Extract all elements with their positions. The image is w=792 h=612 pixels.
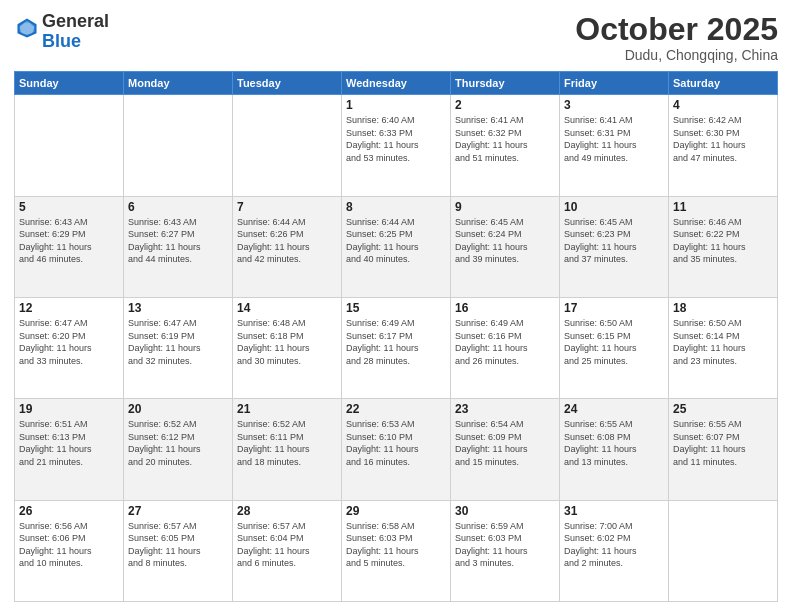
- day-detail: Sunrise: 6:43 AM Sunset: 6:27 PM Dayligh…: [128, 216, 228, 266]
- day-number: 24: [564, 402, 664, 416]
- day-number: 4: [673, 98, 773, 112]
- day-number: 5: [19, 200, 119, 214]
- table-cell: 19Sunrise: 6:51 AM Sunset: 6:13 PM Dayli…: [15, 399, 124, 500]
- table-cell: 11Sunrise: 6:46 AM Sunset: 6:22 PM Dayli…: [669, 196, 778, 297]
- day-number: 16: [455, 301, 555, 315]
- day-number: 2: [455, 98, 555, 112]
- table-cell: 13Sunrise: 6:47 AM Sunset: 6:19 PM Dayli…: [124, 297, 233, 398]
- day-detail: Sunrise: 6:41 AM Sunset: 6:32 PM Dayligh…: [455, 114, 555, 164]
- table-cell: 21Sunrise: 6:52 AM Sunset: 6:11 PM Dayli…: [233, 399, 342, 500]
- day-number: 27: [128, 504, 228, 518]
- day-detail: Sunrise: 6:45 AM Sunset: 6:23 PM Dayligh…: [564, 216, 664, 266]
- day-number: 15: [346, 301, 446, 315]
- col-tuesday: Tuesday: [233, 72, 342, 95]
- table-cell: 1Sunrise: 6:40 AM Sunset: 6:33 PM Daylig…: [342, 95, 451, 196]
- day-detail: Sunrise: 6:53 AM Sunset: 6:10 PM Dayligh…: [346, 418, 446, 468]
- logo-icon: [16, 17, 38, 39]
- table-cell: 7Sunrise: 6:44 AM Sunset: 6:26 PM Daylig…: [233, 196, 342, 297]
- day-detail: Sunrise: 6:57 AM Sunset: 6:04 PM Dayligh…: [237, 520, 337, 570]
- day-detail: Sunrise: 6:57 AM Sunset: 6:05 PM Dayligh…: [128, 520, 228, 570]
- col-sunday: Sunday: [15, 72, 124, 95]
- table-cell: 30Sunrise: 6:59 AM Sunset: 6:03 PM Dayli…: [451, 500, 560, 601]
- day-detail: Sunrise: 6:40 AM Sunset: 6:33 PM Dayligh…: [346, 114, 446, 164]
- week-row-4: 19Sunrise: 6:51 AM Sunset: 6:13 PM Dayli…: [15, 399, 778, 500]
- day-number: 26: [19, 504, 119, 518]
- table-cell: 28Sunrise: 6:57 AM Sunset: 6:04 PM Dayli…: [233, 500, 342, 601]
- day-number: 12: [19, 301, 119, 315]
- day-detail: Sunrise: 6:54 AM Sunset: 6:09 PM Dayligh…: [455, 418, 555, 468]
- day-number: 11: [673, 200, 773, 214]
- table-cell: 17Sunrise: 6:50 AM Sunset: 6:15 PM Dayli…: [560, 297, 669, 398]
- day-number: 20: [128, 402, 228, 416]
- table-cell: 14Sunrise: 6:48 AM Sunset: 6:18 PM Dayli…: [233, 297, 342, 398]
- table-cell: 9Sunrise: 6:45 AM Sunset: 6:24 PM Daylig…: [451, 196, 560, 297]
- day-detail: Sunrise: 6:47 AM Sunset: 6:19 PM Dayligh…: [128, 317, 228, 367]
- table-cell: 18Sunrise: 6:50 AM Sunset: 6:14 PM Dayli…: [669, 297, 778, 398]
- day-number: 17: [564, 301, 664, 315]
- logo-text: General Blue: [42, 12, 109, 52]
- day-detail: Sunrise: 6:56 AM Sunset: 6:06 PM Dayligh…: [19, 520, 119, 570]
- day-number: 30: [455, 504, 555, 518]
- day-number: 8: [346, 200, 446, 214]
- day-number: 22: [346, 402, 446, 416]
- table-cell: 26Sunrise: 6:56 AM Sunset: 6:06 PM Dayli…: [15, 500, 124, 601]
- table-cell: 2Sunrise: 6:41 AM Sunset: 6:32 PM Daylig…: [451, 95, 560, 196]
- day-detail: Sunrise: 6:55 AM Sunset: 6:07 PM Dayligh…: [673, 418, 773, 468]
- week-row-2: 5Sunrise: 6:43 AM Sunset: 6:29 PM Daylig…: [15, 196, 778, 297]
- table-cell: 27Sunrise: 6:57 AM Sunset: 6:05 PM Dayli…: [124, 500, 233, 601]
- week-row-3: 12Sunrise: 6:47 AM Sunset: 6:20 PM Dayli…: [15, 297, 778, 398]
- day-detail: Sunrise: 6:58 AM Sunset: 6:03 PM Dayligh…: [346, 520, 446, 570]
- page: General Blue October 2025 Dudu, Chongqin…: [0, 0, 792, 612]
- day-number: 14: [237, 301, 337, 315]
- day-number: 31: [564, 504, 664, 518]
- table-cell: [124, 95, 233, 196]
- table-cell: 8Sunrise: 6:44 AM Sunset: 6:25 PM Daylig…: [342, 196, 451, 297]
- day-detail: Sunrise: 6:59 AM Sunset: 6:03 PM Dayligh…: [455, 520, 555, 570]
- day-number: 13: [128, 301, 228, 315]
- col-thursday: Thursday: [451, 72, 560, 95]
- table-cell: 29Sunrise: 6:58 AM Sunset: 6:03 PM Dayli…: [342, 500, 451, 601]
- day-detail: Sunrise: 6:49 AM Sunset: 6:16 PM Dayligh…: [455, 317, 555, 367]
- col-saturday: Saturday: [669, 72, 778, 95]
- col-friday: Friday: [560, 72, 669, 95]
- table-cell: 24Sunrise: 6:55 AM Sunset: 6:08 PM Dayli…: [560, 399, 669, 500]
- table-cell: 23Sunrise: 6:54 AM Sunset: 6:09 PM Dayli…: [451, 399, 560, 500]
- calendar-table: Sunday Monday Tuesday Wednesday Thursday…: [14, 71, 778, 602]
- day-detail: Sunrise: 6:42 AM Sunset: 6:30 PM Dayligh…: [673, 114, 773, 164]
- day-number: 3: [564, 98, 664, 112]
- table-cell: 4Sunrise: 6:42 AM Sunset: 6:30 PM Daylig…: [669, 95, 778, 196]
- location-title: Dudu, Chongqing, China: [575, 47, 778, 63]
- week-row-1: 1Sunrise: 6:40 AM Sunset: 6:33 PM Daylig…: [15, 95, 778, 196]
- table-cell: 12Sunrise: 6:47 AM Sunset: 6:20 PM Dayli…: [15, 297, 124, 398]
- header: General Blue October 2025 Dudu, Chongqin…: [14, 12, 778, 63]
- table-cell: 15Sunrise: 6:49 AM Sunset: 6:17 PM Dayli…: [342, 297, 451, 398]
- day-detail: Sunrise: 6:46 AM Sunset: 6:22 PM Dayligh…: [673, 216, 773, 266]
- month-title: October 2025: [575, 12, 778, 47]
- day-detail: Sunrise: 6:44 AM Sunset: 6:26 PM Dayligh…: [237, 216, 337, 266]
- day-detail: Sunrise: 6:45 AM Sunset: 6:24 PM Dayligh…: [455, 216, 555, 266]
- calendar-header-row: Sunday Monday Tuesday Wednesday Thursday…: [15, 72, 778, 95]
- day-number: 29: [346, 504, 446, 518]
- table-cell: [15, 95, 124, 196]
- day-detail: Sunrise: 6:47 AM Sunset: 6:20 PM Dayligh…: [19, 317, 119, 367]
- day-number: 23: [455, 402, 555, 416]
- day-number: 25: [673, 402, 773, 416]
- day-number: 9: [455, 200, 555, 214]
- day-detail: Sunrise: 6:50 AM Sunset: 6:15 PM Dayligh…: [564, 317, 664, 367]
- day-detail: Sunrise: 6:48 AM Sunset: 6:18 PM Dayligh…: [237, 317, 337, 367]
- table-cell: 25Sunrise: 6:55 AM Sunset: 6:07 PM Dayli…: [669, 399, 778, 500]
- week-row-5: 26Sunrise: 6:56 AM Sunset: 6:06 PM Dayli…: [15, 500, 778, 601]
- table-cell: 6Sunrise: 6:43 AM Sunset: 6:27 PM Daylig…: [124, 196, 233, 297]
- day-detail: Sunrise: 6:49 AM Sunset: 6:17 PM Dayligh…: [346, 317, 446, 367]
- day-number: 10: [564, 200, 664, 214]
- day-number: 6: [128, 200, 228, 214]
- day-number: 1: [346, 98, 446, 112]
- col-wednesday: Wednesday: [342, 72, 451, 95]
- table-cell: [669, 500, 778, 601]
- logo: General Blue: [14, 12, 109, 52]
- table-cell: 5Sunrise: 6:43 AM Sunset: 6:29 PM Daylig…: [15, 196, 124, 297]
- table-cell: [233, 95, 342, 196]
- day-detail: Sunrise: 6:50 AM Sunset: 6:14 PM Dayligh…: [673, 317, 773, 367]
- day-detail: Sunrise: 6:51 AM Sunset: 6:13 PM Dayligh…: [19, 418, 119, 468]
- table-cell: 3Sunrise: 6:41 AM Sunset: 6:31 PM Daylig…: [560, 95, 669, 196]
